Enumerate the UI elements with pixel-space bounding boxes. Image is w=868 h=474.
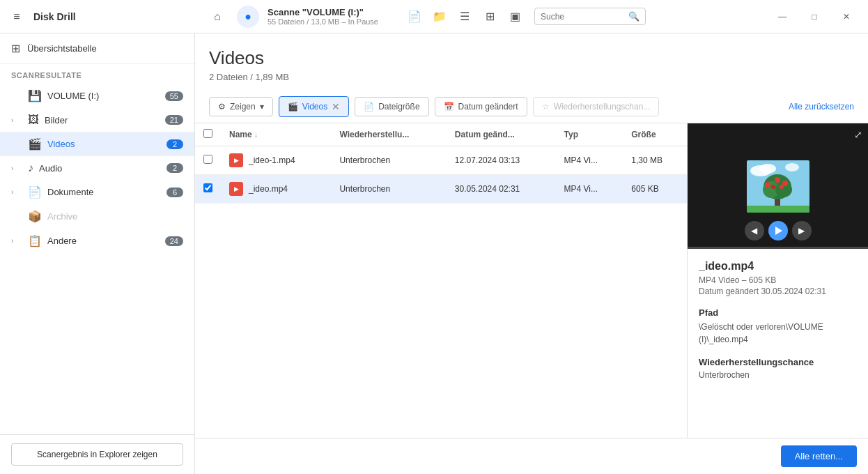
audio-icon: ♪: [28, 162, 33, 174]
folder-view-button[interactable]: 📁: [428, 6, 451, 28]
datum-label: Datum geändert: [458, 102, 518, 112]
play-status-button[interactable]: ●: [237, 6, 259, 28]
preview-details: _ideo.mp4 MP4 Video – 605 KB Datum geänd…: [688, 249, 868, 391]
home-button[interactable]: ⌂: [206, 6, 228, 28]
svg-point-8: [765, 182, 770, 188]
zeigen-arrow-icon: ▾: [260, 102, 264, 112]
sidebar-label-videos: Videos: [47, 139, 166, 149]
grid-icon: ⊞: [486, 10, 495, 23]
sidebar-item-volume[interactable]: 💾 VOLUME (I:) 55: [0, 84, 194, 108]
filter-icon: ⚙: [218, 102, 226, 112]
svg-point-12: [780, 185, 784, 189]
preview-panel: ⤢: [687, 123, 868, 438]
sidebar-item-videos[interactable]: 🎬 Videos 2: [0, 132, 194, 156]
col-datum[interactable]: Datum geänd...: [447, 123, 556, 146]
row1-filename: ▶ _ideo-1.mp4: [229, 153, 323, 167]
row1-typ: MP4 Vi...: [556, 146, 623, 175]
row1-wiederherstellung: Unterbrochen: [331, 146, 446, 175]
video-progress-bar: [688, 247, 868, 249]
content-area: Videos 2 Dateien / 1,89 MB ⚙ Zeigen ▾ 🎬 …: [195, 33, 868, 474]
videos-filter-button[interactable]: 🎬 Videos ✕: [279, 96, 349, 117]
overview-label: Übersichtstabelle: [27, 43, 97, 54]
sidebar-overview[interactable]: ⊞ Übersichtstabelle: [0, 33, 194, 64]
preview-filename: _ideo.mp4: [699, 260, 857, 273]
preview-recovery-status: Unterbrochen: [699, 370, 857, 380]
row2-checkbox[interactable]: [203, 183, 212, 192]
expand-arrow-audio: ›: [11, 165, 22, 172]
datum-icon: 📅: [444, 102, 454, 112]
list-view-button[interactable]: ☰: [454, 6, 476, 28]
expand-arrow-dokumente: ›: [11, 188, 22, 196]
dateigroesse-filter-button[interactable]: 📄 Dateigröße: [355, 97, 428, 116]
svg-rect-13: [747, 206, 809, 213]
title-bar-center: ⌂ ● Scanne "VOLUME (I:)" 55 Dateien / 13…: [206, 6, 761, 28]
sidebar-item-dokumente[interactable]: › 📄 Dokumente 6: [0, 180, 194, 204]
sidebar-label-bilder: Bilder: [45, 115, 165, 125]
svg-point-10: [782, 181, 788, 186]
table-row[interactable]: ▶ _ideo.mp4 Unterbrochen 30.05.2024 02:3…: [195, 175, 687, 204]
bottom-bar: Alle retten...: [195, 438, 868, 474]
scan-title: Scanne "VOLUME (I:)": [268, 7, 378, 17]
doc-view-button[interactable]: 📄: [403, 6, 426, 28]
video-prev-button[interactable]: ◀: [745, 221, 764, 240]
col-name[interactable]: Name ↓: [221, 123, 331, 146]
panel-view-button[interactable]: ▣: [504, 6, 526, 28]
video-next-button[interactable]: ▶: [792, 221, 812, 240]
row2-file-icon: ▶: [229, 182, 243, 196]
title-bar: ≡ Disk Drill ⌂ ● Scanne "VOLUME (I:)" 55…: [0, 0, 868, 33]
row2-filename: ▶ _ideo.mp4: [229, 182, 323, 196]
row1-name-cell: ▶ _ideo-1.mp4: [221, 146, 331, 175]
preview-recovery-title: Wiederherstellungschance: [699, 357, 857, 367]
preview-date: Datum geändert 30.05.2024 02:31: [699, 286, 857, 296]
col-groesse[interactable]: Größe: [623, 123, 687, 146]
row1-checkbox-cell: [195, 146, 221, 175]
svg-point-9: [775, 177, 780, 183]
wiederherstellung-filter-button[interactable]: ☆ Wiederherstellungschan...: [533, 97, 660, 116]
sidebar-count-bilder: 21: [165, 115, 183, 125]
sidebar-item-archive[interactable]: 📦 Archive: [0, 204, 194, 229]
sidebar-label-archive: Archive: [47, 211, 183, 222]
file-table: Name ↓ Wiederherstellu... Datum geänd...…: [195, 123, 687, 438]
col-wiederherstellung[interactable]: Wiederherstellu...: [331, 123, 446, 146]
minimize-button[interactable]: —: [766, 0, 798, 33]
videos-filter-icon: 🎬: [288, 102, 298, 112]
row1-checkbox[interactable]: [203, 155, 212, 164]
filter-bar: ⚙ Zeigen ▾ 🎬 Videos ✕ 📄 Dateigröße 📅 Dat…: [195, 91, 868, 123]
close-button[interactable]: ✕: [830, 0, 862, 33]
svg-point-11: [771, 185, 775, 189]
zeigen-label: Zeigen: [230, 102, 256, 112]
col-typ[interactable]: Typ: [556, 123, 623, 146]
explorer-button[interactable]: Scanergebnis in Explorer zeigen: [11, 443, 183, 466]
zeigen-filter-button[interactable]: ⚙ Zeigen ▾: [209, 97, 273, 116]
sidebar-item-audio[interactable]: › ♪ Audio 2: [0, 156, 194, 180]
search-input[interactable]: [541, 12, 624, 22]
grid-view-button[interactable]: ⊞: [479, 6, 501, 28]
content-header: Videos 2 Dateien / 1,89 MB: [195, 33, 868, 91]
table-row[interactable]: ▶ _ideo-1.mp4 Unterbrochen 12.07.2024 03…: [195, 146, 687, 175]
video-play-button[interactable]: [768, 221, 788, 240]
preview-path: \Gelöscht oder verloren\VOLUME (I)\_ideo…: [699, 321, 857, 346]
select-all-checkbox[interactable]: [203, 129, 212, 138]
reset-all-button[interactable]: Alle zurücksetzen: [789, 102, 854, 112]
recover-all-button[interactable]: Alle retten...: [781, 445, 857, 467]
sidebar-item-bilder[interactable]: › 🖼 Bilder 21: [0, 108, 194, 132]
sidebar-count-volume: 55: [165, 91, 183, 101]
videos-filter-label: Videos: [302, 102, 327, 112]
sidebar-item-andere[interactable]: › 📋 Andere 24: [0, 229, 194, 253]
maximize-button[interactable]: □: [798, 0, 830, 33]
list-icon: ☰: [460, 10, 470, 23]
main-layout: ⊞ Übersichtstabelle Scanresultate 💾 VOLU…: [0, 33, 868, 474]
datum-filter-button[interactable]: 📅 Datum geändert: [435, 97, 527, 116]
sidebar-label-audio: Audio: [39, 163, 166, 174]
sidebar-count-andere: 24: [165, 236, 183, 246]
sidebar-label-volume: VOLUME (I:): [47, 91, 165, 101]
table-body: ▶ _ideo-1.mp4 Unterbrochen 12.07.2024 03…: [195, 146, 687, 204]
scan-results-label: Scanresultate: [0, 64, 194, 84]
expand-preview-button[interactable]: ⤢: [854, 129, 862, 140]
hamburger-menu-button[interactable]: ≡: [6, 6, 28, 28]
row2-typ: MP4 Vi...: [556, 175, 623, 204]
toolbar-icons: 📄 📁 ☰ ⊞ ▣: [403, 6, 526, 28]
videos-filter-close-icon[interactable]: ✕: [332, 101, 340, 112]
row2-wiederherstellung: Unterbrochen: [331, 175, 446, 204]
volume-icon: 💾: [28, 89, 42, 102]
